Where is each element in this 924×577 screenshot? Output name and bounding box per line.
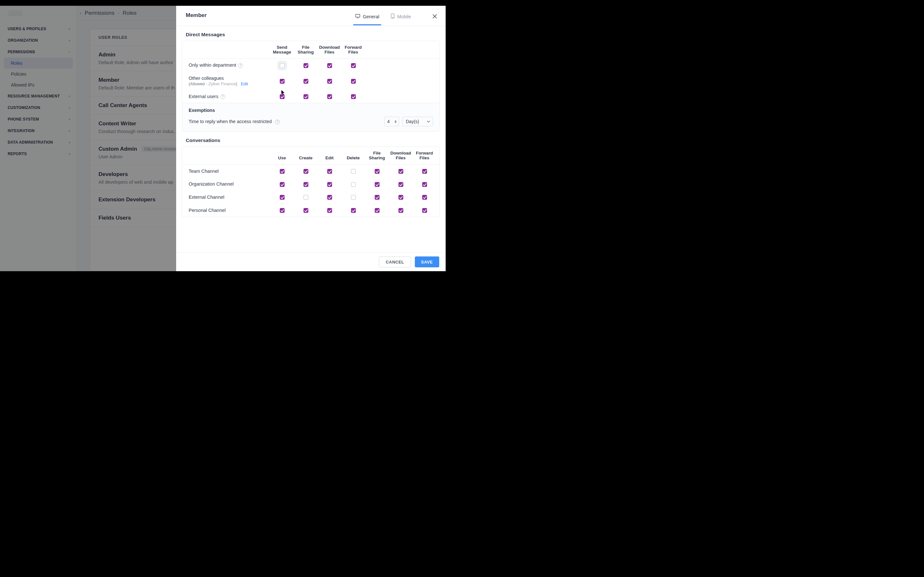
perm-row: External users? <box>182 90 439 103</box>
panel-title: Member <box>186 12 207 24</box>
checkbox[interactable] <box>327 94 332 99</box>
col-header: Delete <box>341 155 365 160</box>
conv-table: UseCreateEditDeleteFileSharingDownloadFi… <box>182 147 440 217</box>
checkbox[interactable] <box>304 195 309 200</box>
dm-table: SendMessageFileSharingDownloadFilesForwa… <box>182 41 440 132</box>
tab-general-label: General <box>363 14 380 19</box>
checkbox[interactable] <box>351 182 356 187</box>
perm-row: Team Channel <box>182 164 439 177</box>
perm-row: Organization Channel <box>182 177 439 191</box>
checkbox[interactable] <box>280 63 284 68</box>
cursor-icon <box>281 90 285 95</box>
col-header: Create <box>294 155 318 160</box>
help-icon[interactable]: ? <box>220 94 225 99</box>
checkbox[interactable] <box>399 208 403 213</box>
checkbox[interactable] <box>375 208 380 213</box>
checkbox[interactable] <box>304 63 309 68</box>
checkbox[interactable] <box>351 195 356 200</box>
stepper-up-icon[interactable] <box>395 120 397 121</box>
checkbox[interactable] <box>351 169 356 174</box>
exemptions-title: Exemptions <box>182 103 439 114</box>
checkbox[interactable] <box>422 195 427 200</box>
perm-row: Only within department? <box>182 59 439 72</box>
checkbox[interactable] <box>399 182 403 187</box>
section-direct-messages: Direct Messages <box>176 32 446 41</box>
exemption-label: Time to reply when the access restricted <box>189 119 272 124</box>
col-header: FileSharing <box>294 45 318 55</box>
tab-mobile-label: Mobile <box>397 14 411 19</box>
col-header: Use <box>270 155 294 160</box>
checkbox[interactable] <box>327 79 332 84</box>
checkbox[interactable] <box>280 182 284 187</box>
perm-row: Other colleagues(Allowed - Zylker Financ… <box>182 72 439 90</box>
checkbox[interactable] <box>375 195 380 200</box>
tab-general[interactable]: General <box>353 11 381 25</box>
checkbox[interactable] <box>399 169 403 174</box>
close-button[interactable] <box>430 13 439 23</box>
col-header: DownloadFiles <box>318 45 341 55</box>
mobile-icon <box>391 13 395 19</box>
col-header: FileSharing <box>365 151 389 160</box>
checkbox[interactable] <box>327 182 332 187</box>
section-conversations: Conversations <box>176 137 446 147</box>
exemption-value-input[interactable]: 4 <box>384 117 399 126</box>
save-button[interactable]: SAVE <box>415 256 439 268</box>
cancel-button[interactable]: CANCEL <box>379 256 411 268</box>
checkbox[interactable] <box>327 208 332 213</box>
checkbox[interactable] <box>304 79 309 84</box>
checkbox[interactable] <box>351 79 356 84</box>
checkbox[interactable] <box>304 182 309 187</box>
checkbox[interactable] <box>351 63 356 68</box>
checkbox[interactable] <box>422 182 427 187</box>
checkbox[interactable] <box>280 169 284 174</box>
tab-mobile[interactable]: Mobile <box>389 10 413 26</box>
col-header: DownloadFiles <box>389 151 413 160</box>
role-editor-panel: Member General Mobile Direct Messages Se… <box>176 6 446 271</box>
checkbox[interactable] <box>327 63 332 68</box>
desktop-icon <box>355 14 360 19</box>
perm-row: Personal Channel <box>182 203 439 217</box>
help-icon[interactable]: ? <box>238 63 243 68</box>
checkbox[interactable] <box>304 169 309 174</box>
checkbox[interactable] <box>280 208 284 213</box>
col-header: SendMessage <box>270 45 294 55</box>
checkbox[interactable] <box>399 195 403 200</box>
col-header: Edit <box>318 155 341 160</box>
checkbox[interactable] <box>304 208 309 213</box>
checkbox[interactable] <box>375 182 380 187</box>
checkbox[interactable] <box>280 195 284 200</box>
edit-link[interactable]: Edit <box>241 81 248 86</box>
checkbox[interactable] <box>422 208 427 213</box>
checkbox[interactable] <box>304 94 309 99</box>
svg-point-2 <box>393 17 393 18</box>
checkbox[interactable] <box>422 169 427 174</box>
col-header: ForwardFiles <box>413 151 436 160</box>
help-icon[interactable]: ? <box>275 119 280 124</box>
checkbox[interactable] <box>351 208 356 213</box>
exemption-unit-select[interactable]: Day(s) <box>402 117 433 126</box>
checkbox[interactable] <box>280 79 284 84</box>
col-header: ForwardFiles <box>341 45 365 55</box>
checkbox[interactable] <box>327 195 332 200</box>
svg-rect-0 <box>355 15 360 17</box>
checkbox[interactable] <box>327 169 332 174</box>
checkbox[interactable] <box>351 94 356 99</box>
stepper-down-icon[interactable] <box>395 122 397 123</box>
checkbox[interactable] <box>375 169 380 174</box>
perm-row: External Channel <box>182 191 439 204</box>
